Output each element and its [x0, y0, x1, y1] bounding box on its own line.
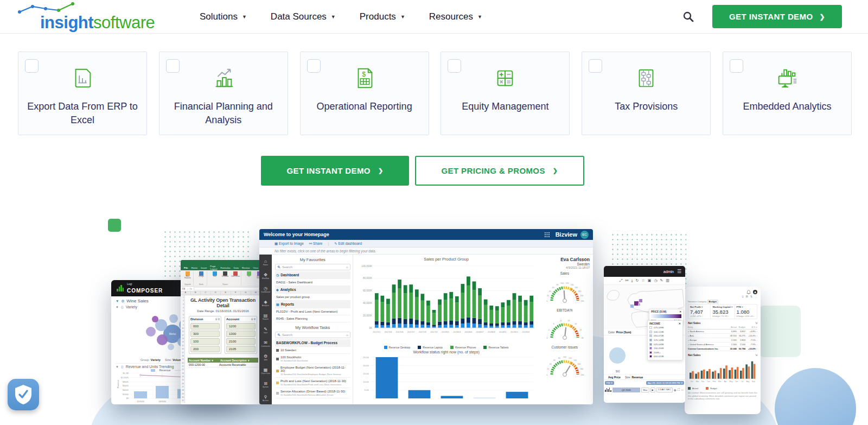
excel-tab-review[interactable]: Review [242, 267, 250, 269]
table-row[interactable]: + South America3.8953.837+4.8% ↑ [688, 329, 757, 334]
edit-icon[interactable]: ✎ [660, 278, 663, 283]
collapse-icon[interactable]: ⌂ [346, 333, 348, 337]
time-chip[interactable]: PM ▾ [605, 381, 614, 385]
solution-card-tax-provisions[interactable]: Tax Provisions [582, 52, 711, 135]
excel-formula-bar[interactable]: F8✓ ƒx [181, 287, 261, 291]
time-scrubber[interactable]: PM ▾ Apr 29, 2020 11:59:59.999 PM ▾ Q2 2… [604, 379, 685, 394]
solution-card-export-data-from-erp-to-excel[interactable]: Export Data From ERP to Excel [18, 52, 147, 135]
slicer-item-100[interactable]: 100 [190, 338, 220, 345]
solution-card-operational-reporting[interactable]: $Operational Reporting [300, 52, 429, 135]
slicer-account[interactable]: Account☰ ⊽1200130021002105 [225, 316, 257, 354]
ribbon-button[interactable]: DS [245, 271, 253, 280]
table-row[interactable]: Comma Communications Inc.33.04050.784+10… [688, 347, 757, 351]
ribbon-button[interactable]: Design [197, 271, 206, 277]
refresh-icon[interactable]: ↻ [636, 278, 639, 283]
slicer-item-1300[interactable]: 1300 [226, 331, 256, 337]
table-row[interactable]: + Asia18.55516.275+14.4% ↑ [688, 334, 757, 338]
filter-icon[interactable]: ▼ [116, 365, 119, 369]
toolbar-share[interactable]: ⚯ Share [309, 242, 323, 246]
bell-icon[interactable] [746, 290, 751, 295]
column-header-C[interactable]: C [201, 291, 211, 295]
excel-tab-insert[interactable]: Insert [201, 267, 207, 269]
column-header-B[interactable]: B [191, 291, 201, 295]
excel-tab-home[interactable]: Home [192, 267, 198, 269]
fullscreen-icon[interactable]: ⛶ [678, 388, 680, 392]
excel-tab-file[interactable]: File [184, 267, 188, 269]
workflow-task[interactable]: 10 Sweden [275, 347, 350, 354]
export-icon[interactable]: ⌸ [742, 295, 744, 299]
favourites-section[interactable]: ◈Analytics [275, 286, 350, 294]
favourites-section[interactable]: ◷Dashboard [275, 271, 350, 279]
toolbar-edit-dashboard[interactable]: ✎ Edit dashboard [334, 242, 362, 246]
sidebar-item-input[interactable]: ✎Input [260, 323, 271, 337]
get-instant-demo-button[interactable]: GET INSTANT DEMO❯ [712, 5, 842, 28]
sidebar-item-client-data[interactable]: ▦Client Data [260, 364, 271, 377]
slicer-item-1200[interactable]: 1200 [226, 323, 256, 329]
expand-icon[interactable]: ⇲ [755, 321, 757, 325]
sidebar-item-system[interactable]: ⊞System [260, 378, 271, 391]
ribbon-button[interactable]: More Features [183, 271, 192, 280]
download-icon[interactable]: ⤓ [631, 278, 633, 283]
nav-item-resources[interactable]: Resources▼ [429, 11, 482, 22]
user-avatar[interactable]: ♟ [753, 290, 757, 294]
close-icon[interactable]: ✕ [679, 322, 681, 325]
variance-category-chip[interactable]: Variance Category Budget [688, 300, 757, 303]
scatter-panel[interactable]: $60 INCOME✕ 075-099K100-124K050-074K125-… [604, 335, 685, 375]
favourites-section[interactable]: ▤Reports [275, 301, 350, 308]
ribbon-button[interactable]: Drilldown [221, 271, 229, 277]
excel-tab-view[interactable]: View [253, 267, 258, 269]
insightsoftware-logo[interactable]: insightsoftware [15, 2, 173, 33]
card-checkbox[interactable] [589, 59, 602, 73]
solution-card-financial-planning-and-analysis[interactable]: Financial Planning and Analysis [159, 52, 288, 135]
slicer-item-300[interactable]: 300 [190, 331, 220, 337]
admin-user-label[interactable]: admin [663, 270, 674, 274]
nav-item-data-sources[interactable]: Data Sources▼ [271, 11, 336, 22]
sidebar-item-workflow[interactable]: ✥Workflow [260, 269, 271, 282]
save-icon[interactable]: ▥ [666, 278, 669, 283]
slicer-item-000[interactable]: 000 [190, 323, 220, 329]
workflow-group[interactable]: BASEWORKFLOW - Budget Process [275, 339, 350, 347]
cta-get-pricing-promos[interactable]: GET PRICING & PROMOS❯ [415, 156, 584, 186]
workflow-task[interactable]: Profit and Loss (Next Generation) (2018-… [275, 378, 350, 388]
slicer-item-2100[interactable]: 2100 [226, 338, 256, 345]
slicer-division[interactable]: Division☰ ⊽000300100200 [189, 316, 221, 354]
column-header-E[interactable]: E [221, 291, 231, 295]
nav-item-products[interactable]: Products▼ [360, 11, 405, 22]
excel-tab-data[interactable]: Data [234, 267, 239, 269]
ribbon-button[interactable]: Run [210, 271, 219, 277]
workflow-task[interactable]: Employee Budget (Next Generation) (2018-… [275, 364, 350, 378]
workflow-search-input[interactable]: 🔍︎Search⌂ [275, 332, 350, 338]
sidebar-item-analytics[interactable]: ◈Analytics [260, 296, 271, 309]
card-checkbox[interactable] [448, 59, 461, 73]
sort-icon[interactable]: ⇅ [750, 295, 752, 299]
date-chip[interactable]: Apr 29, 2020 11:59:59.999 PM ▾ [646, 381, 684, 385]
user-avatar[interactable]: EC [580, 231, 589, 239]
close-icon[interactable]: ✕ [679, 310, 681, 313]
kpi-tile-fte[interactable]: FTE ⌁1.080Δ Budget +43.8 +4% ↑ [735, 305, 757, 319]
link-icon[interactable]: ⚯ [626, 278, 629, 283]
grid-icon[interactable]: ⊞ [746, 295, 748, 299]
favourites-item[interactable]: DA011 - Sales Dashboard [275, 279, 350, 286]
expand-icon[interactable]: ⇲ [755, 353, 757, 357]
workflow-task[interactable]: 100 Stockholm10 Sweden/100 Stockholm/ [275, 354, 350, 364]
sidebar-item-home[interactable]: ⌂Home [260, 256, 271, 269]
table-row[interactable]: + United States of America2.3402.540-7.9… [688, 342, 757, 347]
filter-icon[interactable]: ▼ [116, 306, 119, 309]
share-icon[interactable]: ⤢ [620, 278, 623, 283]
privacy-shield-badge[interactable] [8, 379, 39, 410]
solution-card-embedded-analytics[interactable]: Embedded Analytics [723, 52, 852, 135]
max-button[interactable]: Max [641, 388, 649, 392]
cta-get-instant-demo[interactable]: GET INSTANT DEMO❯ [261, 156, 409, 186]
quarter-range[interactable]: Q2 2020 [612, 388, 641, 392]
star-icon[interactable]: ☆ [641, 278, 644, 283]
more-icon[interactable]: ⋮ [755, 295, 757, 299]
collapse-icon[interactable]: ⌂ [346, 265, 348, 269]
favourites-item[interactable]: Sales per product group [275, 294, 350, 301]
excel-tab-page-layout[interactable]: Page Layout [210, 265, 217, 270]
solution-card-equity-management[interactable]: Equity Management [441, 52, 570, 135]
income-legend[interactable]: INCOME✕ 075-099K100-124K050-074K125-149K… [647, 320, 683, 360]
search-icon[interactable] [682, 11, 694, 23]
favourites-item[interactable]: PL01DV - Profit and Loss (Next Generatio… [275, 308, 350, 315]
table-row[interactable]: + Europe2.5812.803-7.5% ↓ [688, 338, 757, 342]
slicer-item-2105[interactable]: 2105 [226, 346, 256, 352]
